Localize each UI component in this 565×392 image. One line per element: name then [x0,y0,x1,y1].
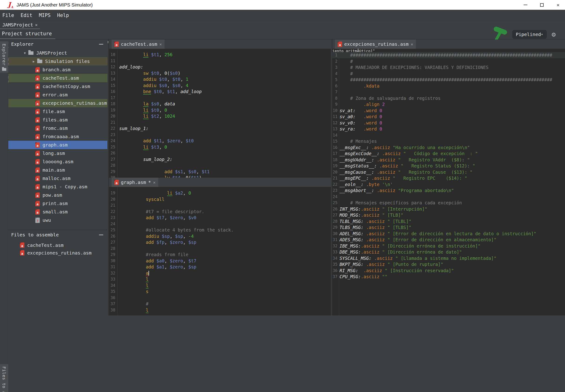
tree-item-simulation-files[interactable]: ▶Simulation files [8,57,107,66]
tree-item-malloc-asm[interactable]: amalloc.asm [8,174,107,182]
line-number: 13 [109,71,117,75]
line-number: 32 [332,244,339,248]
code-line-38: 38 l [109,307,331,313]
tree-item-cachetest-asm[interactable]: acacheTest.asm [8,74,107,82]
chevron-collapsed-icon[interactable]: ▶ [30,60,37,63]
editor-tab-excepciones[interactable]: a excepciones_rutinas.asm × [335,40,416,49]
tree-item-cachetestcopy-asm[interactable]: acacheTestCopy.asm [8,82,107,91]
editor-cachetest: a cacheTest.asm × 10 li $t1, 2561112add_… [108,40,331,178]
tree-item-label: cacheTestCopy.asm [43,84,90,89]
tree-item-label: excepciones_rutinas.asm [43,100,107,106]
editor-tab-graph[interactable]: a graph.asm * × [112,178,158,187]
tab-jamsproject-label: JAMSProject [2,22,33,28]
tool-tab-files-to-assemble[interactable]: Files to assemble [0,364,8,392]
folder-icon [37,60,42,63]
tree-item-uwu[interactable]: ?uwu [8,216,107,224]
tree-item-loooong-asm[interactable]: aloooong.asm [8,157,107,166]
line-number: 26 [332,207,339,211]
modified-indicator: * [148,180,151,185]
collapse-icon[interactable] [99,235,103,235]
tab-project-structure[interactable]: Project structure [2,31,52,36]
tree-item-main-asm[interactable]: amain.asm [8,166,107,174]
line-number: 4 [332,71,339,76]
tree-item-mips1-copy-asm[interactable]: amips1 - Copy.asm [8,182,107,191]
code-line-19: 19 li $t0, 0 [109,107,331,113]
line-number: 23 [109,132,117,137]
asm-file-icon: a [35,176,40,181]
code-area-graph[interactable]: 19 li $a2, 020 syscall2122 #t7 = file de… [109,187,331,315]
line-number: 27 [332,213,339,217]
maximize-button[interactable] [539,2,545,8]
line-number: 11 [332,114,339,119]
menu-item-edit[interactable]: Edit [17,13,36,18]
assemble-item-label: cacheTest.asm [27,242,64,248]
tree-item-print-asm[interactable]: aprint.asm [8,199,107,208]
tree-item-error-asm[interactable]: aerror.asm [8,91,107,99]
tree-item-graph-asm[interactable]: agraph.asm [8,141,107,149]
line-number: 30 [109,175,117,178]
tool-tab-explorer[interactable]: Explorer [0,41,8,73]
code-line-15: 15 # Mensajes [332,138,565,144]
explorer-tree: ▼JAMSProject▶Simulation filesabranch.asm… [8,49,107,224]
collapse-icon[interactable] [99,44,103,45]
code-line-21: 21__msgEPC__: .asciiz " Registro EPC ($1… [332,175,565,181]
asm-file-icon: a [35,193,40,198]
tree-item-excepciones-rutinas-asm[interactable]: aexcepciones_rutinas.asm [8,99,107,107]
code-line-26: 26 addiu $sp, $sp, -4 [109,233,331,239]
code-line-31: 31 add $a1, $zero, $sp [109,264,331,270]
tool-window-strip: Explorer Files to assemble [0,40,8,384]
line-number: 29 [109,169,117,174]
line-number: 34 [109,283,117,288]
code-line-36: 36 [109,295,331,301]
menu-item-mips[interactable]: MIPS [36,13,54,18]
line-number: 3 [332,65,339,70]
line-number: 15 [109,83,117,88]
assemble-item-cachetest-asm[interactable]: acacheTest.asm [8,241,107,249]
tree-item-file-asm[interactable]: afile.asm [8,107,107,116]
tree-item-label: pow.asm [43,192,62,198]
line-number: 22 [332,182,339,187]
code-area-cachetest[interactable]: 10 li $t1, 2561112add_loop:13 sw $t0, 0(… [109,49,331,178]
tab-close-icon[interactable]: × [411,42,413,47]
tree-item-jamsproject[interactable]: ▼JAMSProject [8,49,107,57]
tree-item-pow-asm[interactable]: apow.asm [8,191,107,199]
line-number: 33 [109,277,117,281]
code-line-14: 14 addiu $t0, $t0, 1 [109,76,331,83]
code-line-17: 17__msgExcCode__: .asciiz " Código de ex… [332,151,565,157]
line-number: 24 [332,194,339,199]
tab-close-icon[interactable]: × [35,22,37,28]
code-line-25: 25 li $t3, 0 [109,144,331,150]
line-number: 13 [332,126,339,131]
close-button[interactable]: ✕ [555,2,561,8]
chevron-expanded-icon[interactable]: ▼ [21,51,28,55]
tab-close-icon[interactable]: × [153,180,156,185]
tree-item-label: cacheTest.asm [43,75,79,81]
line-number: 27 [109,240,117,245]
menu-item-file[interactable]: File [0,13,17,18]
tree-item-files-asm[interactable]: afiles.asm [8,116,107,124]
tree-item-label: main.asm [43,167,65,173]
line-number: 16 [332,145,339,150]
line-number: 24 [109,139,117,143]
asm-file-icon: a [35,117,40,123]
tree-item-label: Simulation files [45,58,90,64]
code-area-excepciones[interactable]: 1 ######################################… [332,49,565,315]
line-number: 23 [109,215,117,220]
line-number: 31 [332,237,339,242]
configuration-select[interactable]: Pipelined ▾ [512,30,546,39]
tree-item-fromc-asm[interactable]: afromc.asm [8,124,107,132]
code-line-21: 21 [109,202,331,209]
code-line-19: 19__msgStatus__: .asciiz " Registro Stat… [332,163,565,169]
line-number: 29 [109,252,117,257]
tab-jamsproject[interactable]: JAMSProject × [1,21,39,29]
editor-tab-cachetest[interactable]: a cacheTest.asm × [112,40,165,49]
menu-item-help[interactable]: Help [54,13,72,18]
minimize-button[interactable] [523,2,528,8]
tree-item-fromcaaaa-asm[interactable]: afromcaaaa.asm [8,132,107,141]
tree-item-branch-asm[interactable]: abranch.asm [8,66,107,74]
assemble-item-excepciones-rutinas-asm[interactable]: aexcepciones_rutinas.asm [8,249,107,257]
tree-item-small-asm[interactable]: asmall.asm [8,208,107,216]
tree-item-long-asm[interactable]: along.asm [8,149,107,157]
gear-icon[interactable]: ⚙ [552,31,556,38]
tab-close-icon[interactable]: × [159,42,162,47]
